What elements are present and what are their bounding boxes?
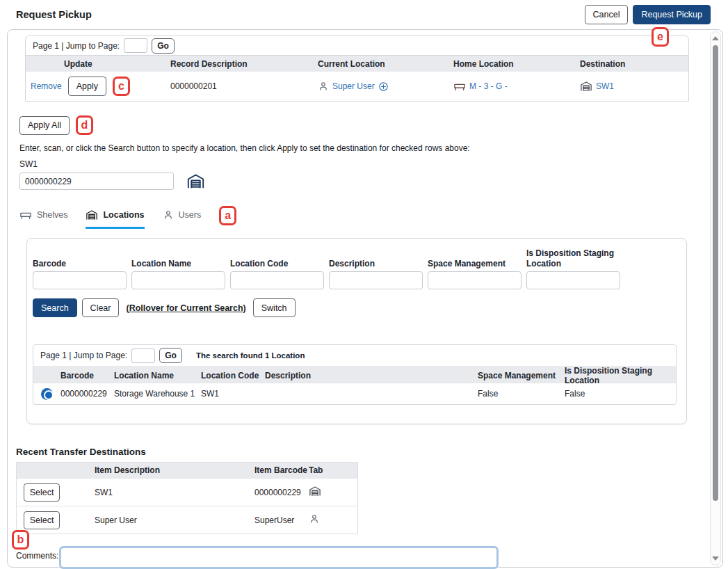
pickup-table-header: Update Record Description Current Locati… xyxy=(26,56,688,72)
location-code-input[interactable] xyxy=(230,271,324,289)
search-fields: Barcode Location Name Location Code Desc… xyxy=(33,248,677,289)
column-current-location: Current Location xyxy=(318,59,453,69)
request-pickup-page: Request Pickup Cancel Request Pickup e b… xyxy=(0,0,728,569)
user-icon xyxy=(163,209,174,221)
shelf-icon xyxy=(19,209,32,221)
search-results-box: Page 1 | Jump to Page: Go The search fou… xyxy=(33,344,677,405)
is-disposition-label: Is Disposition Staging Location xyxy=(526,248,620,271)
barcode-input[interactable] xyxy=(33,271,127,289)
results-go-button[interactable]: Go xyxy=(159,348,182,363)
recent-transfer-row: Select SW1 0000000229 xyxy=(17,478,357,506)
column-item-description: Item Description xyxy=(95,465,254,475)
apply-all-row: Apply All d xyxy=(19,115,722,135)
location-entry-label: SW1 xyxy=(19,159,722,169)
shelf-icon xyxy=(453,80,466,93)
result-barcode: 0000000229 xyxy=(60,389,114,399)
location-name-input[interactable] xyxy=(131,271,225,289)
remove-link[interactable]: Remove xyxy=(31,81,62,91)
item-description: Super User xyxy=(95,515,254,525)
current-location-text[interactable]: Super User xyxy=(332,81,375,91)
destination-tabs: Shelves Locations Users a xyxy=(19,206,722,231)
results-pagination-bar: Page 1 | Jump to Page: Go The search fou… xyxy=(33,345,676,366)
results-table-header: Barcode Location Name Location Code Desc… xyxy=(33,366,676,383)
rollover-link[interactable]: (Rollover for Current Search) xyxy=(126,303,245,313)
is-disposition-input[interactable] xyxy=(526,271,620,289)
result-radio-selected[interactable] xyxy=(41,388,53,400)
location-barcode-input[interactable] xyxy=(19,173,174,190)
column-space-management: Space Management xyxy=(478,371,565,380)
tab-shelves-label: Shelves xyxy=(37,210,67,220)
item-barcode: 0000000229 xyxy=(254,488,309,497)
tab-users[interactable]: Users xyxy=(163,209,202,228)
warehouse-icon xyxy=(309,485,321,497)
column-record-description: Record Description xyxy=(170,59,318,69)
user-icon xyxy=(318,81,329,92)
results-jump-to-page-input[interactable] xyxy=(131,348,155,363)
apply-button[interactable]: Apply xyxy=(68,77,106,96)
main-panel: Page 1 | Jump to Page: Go Update Record … xyxy=(7,29,723,568)
pickup-items-section: Page 1 | Jump to Page: Go Update Record … xyxy=(25,35,689,102)
pickup-table-row: Remove Apply c 0000000201 Super User xyxy=(26,72,688,102)
annotation-badge-d: d xyxy=(76,115,93,135)
recent-transfer-row: Select Super User SuperUser xyxy=(17,506,357,534)
pickup-jump-to-page-input[interactable] xyxy=(124,38,147,53)
recent-transfers-table: Item Description Item Barcode Tab Select… xyxy=(16,462,358,534)
current-location-cell[interactable]: Super User xyxy=(318,81,453,92)
tab-locations[interactable]: Locations xyxy=(86,209,144,229)
column-is-disposition: Is Disposition Staging Location xyxy=(565,366,676,385)
annotation-badge-b: b xyxy=(12,530,29,550)
page-title: Request Pickup xyxy=(16,9,92,20)
result-is-disposition: False xyxy=(565,389,676,399)
location-search-panel: Barcode Location Name Location Code Desc… xyxy=(26,238,687,424)
home-location-text[interactable]: M - 3 - G - xyxy=(469,81,508,91)
item-description: SW1 xyxy=(95,488,254,497)
warehouse-icon xyxy=(186,172,205,191)
apply-all-button[interactable]: Apply All xyxy=(19,116,70,135)
recent-transfers-title: Recent Transfer Destinations xyxy=(16,447,722,457)
column-item-barcode: Item Barcode xyxy=(254,465,309,475)
rollover-link-label: (Rollover for Current Search) xyxy=(126,303,245,313)
scrollbar-thumb[interactable] xyxy=(713,45,718,501)
description-label: Description xyxy=(329,248,423,271)
pickup-go-button[interactable]: Go xyxy=(152,38,175,54)
cancel-button[interactable]: Cancel xyxy=(585,5,629,24)
warehouse-icon xyxy=(86,209,98,221)
tab-shelves[interactable]: Shelves xyxy=(19,209,67,229)
plus-circle-icon[interactable] xyxy=(378,81,389,92)
scroll-down-arrow-icon[interactable] xyxy=(712,556,719,561)
annotation-badge-e: e xyxy=(652,27,669,47)
recent-transfers-section: Recent Transfer Destinations Item Descri… xyxy=(16,447,722,534)
select-button[interactable]: Select xyxy=(24,483,60,502)
home-location-cell[interactable]: M - 3 - G - xyxy=(453,80,580,93)
result-location-code: SW1 xyxy=(201,389,265,399)
column-update: Update xyxy=(26,59,170,69)
select-button[interactable]: Select xyxy=(24,511,60,529)
search-button[interactable]: Search xyxy=(33,298,77,317)
column-description: Description xyxy=(265,371,478,380)
switch-button[interactable]: Switch xyxy=(253,298,296,317)
search-actions: Search Clear (Rollover for Current Searc… xyxy=(33,298,677,317)
space-management-input[interactable] xyxy=(428,271,521,289)
pickup-page-label: Page 1 | Jump to Page: xyxy=(33,41,120,51)
comments-section: Comments: xyxy=(16,546,499,569)
description-input[interactable] xyxy=(329,271,423,289)
user-icon xyxy=(309,513,320,524)
column-tab: Tab xyxy=(309,465,359,475)
annotation-badge-a: a xyxy=(219,206,236,225)
top-bar: Request Pickup Cancel Request Pickup xyxy=(0,0,728,29)
space-management-label: Space Management xyxy=(428,248,521,271)
instruction-text: Enter, scan, or click the Search button … xyxy=(19,143,722,153)
comments-textarea[interactable] xyxy=(59,546,499,569)
comments-label: Comments: xyxy=(16,551,59,561)
result-location-name: Storage Warehouse 1 xyxy=(114,389,201,399)
scroll-up-arrow-icon[interactable] xyxy=(712,36,719,40)
pickup-pagination-bar: Page 1 | Jump to Page: Go xyxy=(26,36,688,56)
column-location-code: Location Code xyxy=(201,371,265,380)
results-summary: The search found 1 Location xyxy=(196,351,305,360)
clear-button[interactable]: Clear xyxy=(82,298,120,317)
request-pickup-button[interactable]: Request Pickup xyxy=(633,5,711,24)
destination-text[interactable]: SW1 xyxy=(596,81,614,91)
vertical-scrollbar[interactable] xyxy=(710,31,721,566)
destination-cell[interactable]: SW1 xyxy=(580,80,688,93)
location-entry-row xyxy=(19,172,722,191)
